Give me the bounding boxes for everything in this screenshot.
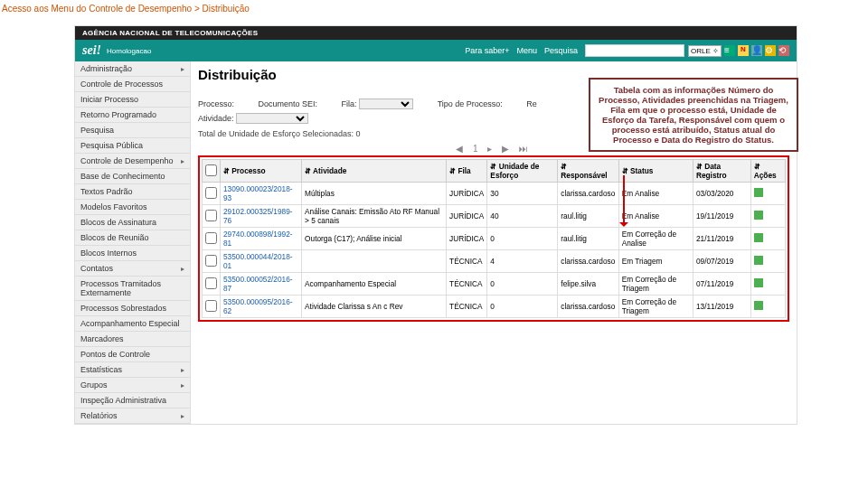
col-header[interactable]: ⇵ Status — [618, 160, 693, 183]
cell-ue: 0 — [487, 273, 558, 296]
sidebar-item[interactable]: Processos Tramitados Externamente — [75, 277, 190, 301]
main: Distribuição Tabela com as informações N… — [191, 61, 797, 424]
cell-acoes[interactable] — [750, 250, 785, 273]
link-saber[interactable]: Para saber+ — [465, 46, 509, 55]
unit-select[interactable]: ORLE ✧ — [688, 45, 722, 57]
select-atividade[interactable] — [236, 113, 308, 124]
sidebar-item[interactable]: Iniciar Processo — [75, 92, 190, 108]
cell-resp: clarissa.cardoso — [558, 183, 618, 205]
sidebar-item[interactable]: Blocos Internos — [75, 246, 190, 261]
sidebar-item[interactable]: Controle de Desempenho▸ — [75, 154, 190, 169]
cell-data: 03/03/2020 — [693, 183, 750, 205]
new-icon[interactable]: N — [738, 45, 749, 56]
cell-atividade: Outorga (C17); Análise inicial — [302, 228, 447, 250]
table-row: 13090.000023/2018-93MúltiplasJURÍDICA30c… — [203, 183, 786, 205]
cell-resp: clarissa.cardoso — [558, 250, 618, 273]
action-icon[interactable] — [754, 211, 763, 220]
action-icon[interactable] — [754, 188, 763, 197]
row-check[interactable] — [205, 232, 217, 244]
sidebar-item[interactable]: Blocos de Reunião — [75, 230, 190, 246]
col-header[interactable]: ⇵ Unidade de Esforço — [487, 160, 558, 183]
sidebar-item[interactable]: Acompanhamento Especial — [75, 316, 190, 332]
col-header[interactable]: ⇵ Fila — [447, 160, 487, 183]
sidebar-item[interactable]: Textos Padrão — [75, 184, 190, 200]
cell-processo[interactable]: 53500.000052/2016-87 — [221, 273, 302, 296]
cell-atividade — [302, 250, 447, 273]
sidebar-item[interactable]: Relatórios▸ — [75, 408, 190, 424]
cell-status: Em Analise — [618, 183, 693, 205]
action-icon[interactable] — [754, 256, 763, 265]
sidebar-item[interactable]: Blocos de Assinatura — [75, 215, 190, 230]
cell-acoes[interactable] — [750, 296, 785, 318]
row-check[interactable] — [205, 187, 217, 199]
action-icon[interactable] — [754, 233, 763, 242]
sidebar-item[interactable]: Pesquisa Pública — [75, 138, 190, 154]
action-icon[interactable] — [754, 278, 763, 287]
col-header[interactable]: ⇵ Ações — [750, 160, 785, 183]
sidebar-item[interactable]: Marcadores — [75, 332, 190, 347]
row-check[interactable] — [205, 300, 217, 312]
row-check[interactable] — [205, 277, 217, 289]
col-header[interactable]: ⇵ Processo — [221, 160, 302, 183]
sidebar-item[interactable]: Retorno Programado — [75, 108, 190, 123]
cell-fila: TÉCNICA — [447, 273, 487, 296]
table-row: 29740.000898/1992-81Outorga (C17); Análi… — [203, 228, 786, 250]
sidebar-item[interactable]: Base de Conhecimento — [75, 169, 190, 184]
sidebar-item[interactable]: Modelos Favoritos — [75, 200, 190, 215]
cell-processo[interactable]: 53500.000044/2018-01 — [221, 250, 302, 273]
breadcrumb: Acesso aos Menu do Controle de Desempenh… — [0, 0, 868, 17]
cell-resp: raul.litig — [558, 205, 618, 228]
label-tipo: Tipo de Processo: — [438, 99, 503, 108]
logo: sei! — [82, 43, 101, 58]
row-check[interactable] — [205, 210, 217, 221]
cell-fila: JURÍDICA — [447, 228, 487, 250]
cell-ue: 30 — [487, 183, 558, 205]
sidebar-item[interactable]: Pesquisa — [75, 123, 190, 138]
action-icon[interactable] — [754, 301, 763, 310]
user-icon[interactable]: 👤 — [751, 45, 762, 56]
sidebar-item[interactable]: Grupos▸ — [75, 378, 190, 393]
cell-status: Em Triagem — [618, 250, 693, 273]
sidebar-item[interactable]: Processos Sobrestados — [75, 301, 190, 316]
sidebar-item[interactable]: Pontos de Controle — [75, 347, 190, 362]
col-header[interactable]: ⇵ Atividade — [302, 160, 447, 183]
cell-ue: 0 — [487, 228, 558, 250]
cell-acoes[interactable] — [750, 183, 785, 205]
cell-ue: 0 — [487, 296, 558, 318]
col-header[interactable] — [203, 160, 221, 183]
search-input[interactable] — [585, 44, 684, 57]
sidebar-item[interactable]: Inspeção Administrativa — [75, 393, 190, 408]
table-row: 53500.000095/2016-62Atividade Clarissa s… — [203, 296, 786, 318]
exit-icon[interactable]: ⟲ — [778, 45, 789, 56]
row-check[interactable] — [205, 255, 217, 267]
cell-processo[interactable]: 13090.000023/2018-93 — [221, 183, 302, 205]
col-header[interactable]: ⇵ Data Registro — [693, 160, 750, 183]
cell-data: 09/07/2019 — [693, 250, 750, 273]
sidebar-item[interactable]: Estatísticas▸ — [75, 362, 190, 378]
col-header[interactable]: ⇵ Responsável — [558, 160, 618, 183]
link-menu[interactable]: Menu — [516, 46, 537, 55]
cell-processo[interactable]: 29740.000898/1992-81 — [221, 228, 302, 250]
cell-fila: JURÍDICA — [447, 183, 487, 205]
cell-fila: JURÍDICA — [447, 205, 487, 228]
sidebar-item[interactable]: Administração▸ — [75, 61, 190, 77]
sidebar-item[interactable]: Contatos▸ — [75, 261, 190, 277]
sidebar-item[interactable]: Controle de Processos — [75, 77, 190, 92]
cell-ue: 4 — [487, 250, 558, 273]
cell-acoes[interactable] — [750, 228, 785, 250]
cell-data: 19/11/2019 — [693, 205, 750, 228]
menu-icon[interactable]: ≡ — [724, 45, 735, 56]
cell-atividade: Acompanhamento Especial — [302, 273, 447, 296]
cell-status: Em Correção de Analise — [618, 228, 693, 250]
select-fila[interactable] — [359, 99, 413, 109]
config-icon[interactable]: ⚙ — [765, 45, 776, 56]
cell-processo[interactable]: 53500.000095/2016-62 — [221, 296, 302, 318]
cell-status: Em Analise — [618, 205, 693, 228]
label-re: Re — [526, 99, 537, 108]
select-all[interactable] — [205, 164, 217, 176]
cell-ue: 40 — [487, 205, 558, 228]
cell-processo[interactable]: 29102.000325/1989-76 — [221, 205, 302, 228]
cell-resp: clarissa.cardoso — [558, 296, 618, 318]
cell-acoes[interactable] — [750, 273, 785, 296]
cell-acoes[interactable] — [750, 205, 785, 228]
